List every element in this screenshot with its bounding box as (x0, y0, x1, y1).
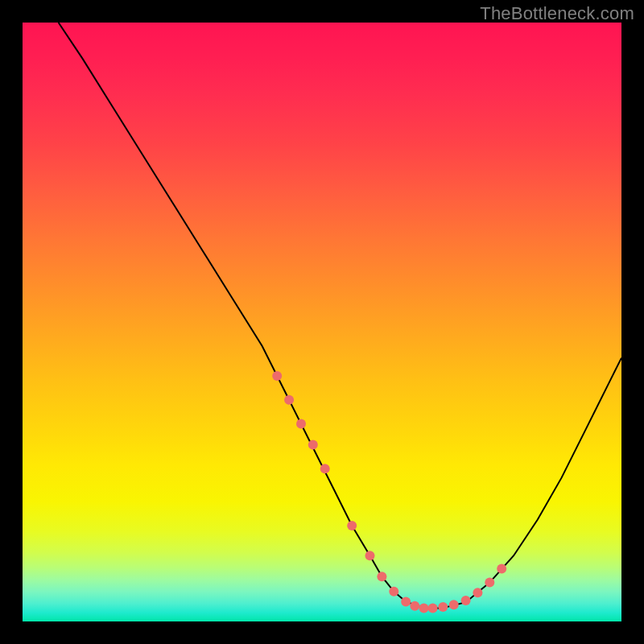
highlight-dot (272, 371, 282, 381)
highlight-dot (347, 521, 357, 530)
highlight-dot (428, 604, 438, 613)
highlight-dot (410, 601, 419, 611)
chart-plot-area (23, 23, 621, 621)
bottleneck-curve (59, 23, 621, 609)
highlight-dot (377, 572, 386, 581)
watermark: TheBottleneck.com (480, 3, 634, 24)
highlight-dot (449, 600, 459, 609)
highlight-dot (389, 587, 398, 597)
highlight-dot (461, 596, 471, 605)
highlight-dots (272, 371, 506, 613)
highlight-dot (473, 588, 482, 597)
highlight-dot (320, 464, 330, 473)
highlight-dot (365, 551, 375, 560)
chart-svg-layer (23, 23, 621, 621)
highlight-dot (308, 440, 318, 450)
highlight-dot (284, 395, 294, 405)
highlight-dot (401, 597, 411, 606)
highlight-dot (296, 419, 306, 429)
highlight-dot (438, 602, 448, 612)
highlight-dot (419, 604, 429, 613)
highlight-dot (497, 564, 506, 574)
highlight-dot (485, 578, 494, 588)
